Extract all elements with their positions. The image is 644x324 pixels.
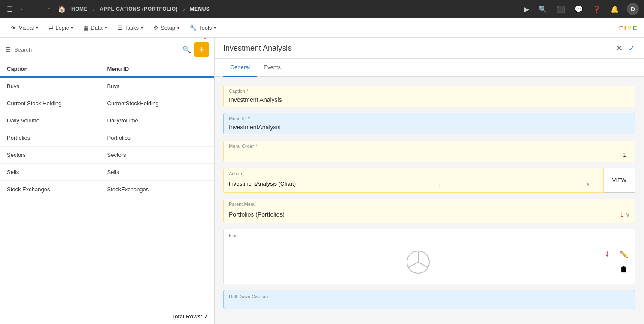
- row-caption: Stock Exchanges: [7, 186, 107, 193]
- caption-value: Investment Analysis: [224, 95, 635, 107]
- icon-field-body: ↓ ✏️ 🗑: [224, 241, 635, 284]
- toolbar-tools[interactable]: 🔧 Tools ▾: [185, 22, 220, 34]
- row-menu-id: DailyVolume: [107, 117, 208, 124]
- drill-down-field[interactable]: Drill Down Caption: [223, 290, 635, 309]
- row-menu-id: Sectors: [107, 152, 208, 158]
- drill-down-value: [224, 301, 635, 309]
- drill-down-label: Drill Down Caption: [224, 290, 635, 301]
- toolbar-data[interactable]: ▦ Data ▾: [79, 22, 111, 34]
- search-bar: ☰ 🔍 ↓ +: [0, 38, 214, 61]
- toolbar-visual[interactable]: 👁 Visual ▾: [7, 22, 43, 34]
- menu-order-value: 1: [224, 150, 635, 162]
- logic-chevron: ▾: [71, 25, 73, 30]
- menu-id-value: InvestmentAnalysis: [224, 122, 635, 134]
- search-input[interactable]: [14, 46, 179, 53]
- icon-actions: ↓ ✏️ 🗑: [613, 243, 635, 281]
- row-caption: Daily Volume: [7, 117, 107, 124]
- edit-icon-button[interactable]: ✏️: [618, 248, 630, 260]
- menu-id-field[interactable]: Menu ID * InvestmentAnalysis: [223, 113, 635, 134]
- main-toolbar: 👁 Visual ▾ ⇄ Logic ▾ ▦ Data ▾ ☰ Tasks ▾ …: [0, 18, 644, 38]
- hamburger-icon[interactable]: ☰: [5, 3, 15, 15]
- icon-preview: [224, 241, 613, 284]
- tab-bar: General Events: [215, 59, 644, 77]
- panel-title: Investment Analysis: [223, 44, 292, 53]
- add-record-button[interactable]: +: [194, 42, 209, 57]
- action-value: InvestmentAnalysis (Chart) ↓ ∨: [224, 177, 603, 192]
- arrow-annotation-parent: ↓: [620, 209, 624, 219]
- tools-chevron: ▾: [214, 25, 216, 30]
- row-caption: Buys: [7, 83, 107, 89]
- filter-icon: ☰: [5, 46, 11, 53]
- arrow-annotation-icon: ↓: [605, 248, 609, 258]
- toolbar-logic[interactable]: ⇄ Logic ▾: [44, 22, 77, 34]
- form-area: Caption * Investment Analysis Menu ID * …: [215, 77, 644, 318]
- table-row[interactable]: Stock Exchanges StockExchanges: [0, 181, 214, 198]
- parent-menu-value-row: Portfolios (Portfolios) ↓ ∨: [224, 208, 635, 223]
- nav-menus[interactable]: MENUS: [190, 6, 210, 12]
- close-button[interactable]: ✕: [616, 43, 623, 53]
- table-row[interactable]: Sectors Sectors: [0, 147, 214, 164]
- menu-order-field[interactable]: Menu Order * 1: [223, 141, 635, 162]
- row-menu-id: Buys: [107, 83, 208, 89]
- search-icon[interactable]: 🔍: [537, 3, 549, 15]
- nav-home[interactable]: HOME: [71, 6, 88, 12]
- svg-line-3: [409, 262, 418, 267]
- stop-icon[interactable]: ⬛: [555, 3, 567, 15]
- bell-icon[interactable]: 🔔: [609, 3, 621, 15]
- top-bar: ☰ ← → ↑ 🏠 HOME › APPLICATIONS (PORTFOLIO…: [0, 0, 644, 18]
- delete-icon-button[interactable]: 🗑: [618, 263, 630, 276]
- table-row[interactable]: Buys Buys: [0, 78, 214, 95]
- logic-icon: ⇄: [49, 24, 53, 31]
- row-caption: Portfolios: [7, 134, 107, 141]
- table-row[interactable]: Portfolios Portfolios: [0, 129, 214, 147]
- data-chevron: ▾: [105, 25, 107, 30]
- tasks-icon: ☰: [117, 24, 122, 31]
- row-menu-id: StockExchanges: [107, 186, 208, 193]
- visual-chevron: ▾: [36, 25, 38, 30]
- nav-portfolio[interactable]: APPLICATIONS (PORTFOLIO): [100, 6, 178, 12]
- table-body: Buys Buys Current Stock Holding CurrentS…: [0, 78, 214, 309]
- home-icon: 🏠: [58, 5, 66, 13]
- toolbar-tasks[interactable]: ☰ Tasks ▾: [113, 22, 147, 34]
- menu-id-label: Menu ID *: [224, 113, 635, 122]
- menu-order-label: Menu Order *: [224, 141, 635, 150]
- table-row[interactable]: Daily Volume DailyVolume: [0, 112, 214, 129]
- help-icon[interactable]: ❓: [591, 3, 603, 15]
- toolbar-setup[interactable]: ⚙ Setup ▾: [149, 22, 184, 34]
- search-submit-icon[interactable]: 🔍: [182, 46, 191, 54]
- row-menu-id: CurrentStockHolding: [107, 100, 208, 107]
- data-icon: ▦: [83, 24, 88, 31]
- parent-menu-value: Portfolios (Portfolios): [229, 211, 285, 218]
- tab-general[interactable]: General: [223, 59, 257, 77]
- confirm-button[interactable]: ✓: [628, 43, 635, 53]
- top-bar-nav: ☰ ← → ↑ 🏠 HOME › APPLICATIONS (PORTFOLIO…: [5, 3, 210, 15]
- tab-events[interactable]: Events: [257, 59, 288, 77]
- table-header: Caption Menu ID: [0, 61, 214, 78]
- parent-menu-field[interactable]: Parent Menu Portfolios (Portfolios) ↓ ∨: [223, 199, 635, 223]
- user-avatar[interactable]: D: [627, 3, 639, 15]
- table-row[interactable]: Current Stock Holding CurrentStockHoldin…: [0, 95, 214, 112]
- parent-menu-label: Parent Menu: [224, 199, 635, 208]
- play-icon[interactable]: ▶: [522, 3, 531, 15]
- chat-icon[interactable]: 💬: [573, 3, 585, 15]
- tools-icon: 🔧: [190, 24, 197, 31]
- top-bar-actions: ▶ 🔍 ⬛ 💬 ❓ 🔔 D: [522, 3, 639, 15]
- back-icon[interactable]: ←: [18, 3, 28, 15]
- caption-field[interactable]: Caption * Investment Analysis: [223, 86, 635, 107]
- action-chevron-icon: ∨: [586, 180, 590, 187]
- view-button[interactable]: VIEW: [604, 168, 635, 193]
- action-field[interactable]: Action InvestmentAnalysis (Chart) ↓ ∨: [223, 168, 604, 193]
- row-caption: Current Stock Holding: [7, 100, 107, 107]
- row-menu-id: Portfolios: [107, 134, 208, 141]
- row-caption: Sells: [7, 169, 107, 175]
- icon-field: Icon ↓ ✏️: [223, 229, 635, 284]
- table-row[interactable]: Sells Sells: [0, 164, 214, 181]
- up-icon[interactable]: ↑: [46, 3, 52, 15]
- forward-icon[interactable]: →: [32, 3, 42, 15]
- row-caption: Sectors: [7, 152, 107, 158]
- svg-line-2: [418, 262, 428, 267]
- action-row: Action InvestmentAnalysis (Chart) ↓ ∨ VI…: [223, 168, 635, 193]
- setup-icon: ⚙: [153, 24, 158, 31]
- col-caption: Caption: [7, 66, 107, 72]
- arrow-annotation-action: ↓: [438, 179, 442, 189]
